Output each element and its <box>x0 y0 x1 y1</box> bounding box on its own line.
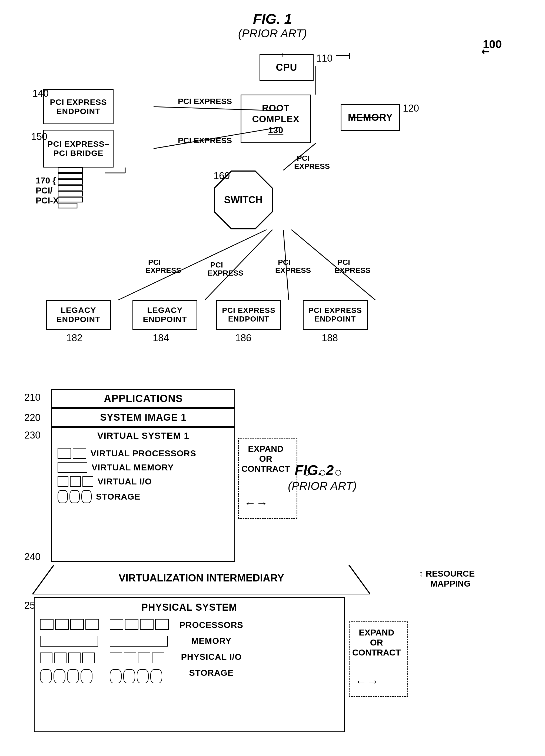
svg-text:PCI: PCI <box>278 258 291 266</box>
svg-text:PCI: PCI <box>297 154 310 162</box>
svg-text:PCI EXPRESS: PCI EXPRESS <box>178 136 232 145</box>
svg-text:EXPRESS: EXPRESS <box>145 266 181 275</box>
system-image-box: SYSTEM IMAGE 1 <box>51 408 235 427</box>
num-220: 220 <box>24 412 41 423</box>
memory-box: MEMORY <box>341 104 400 131</box>
svg-text:EXPRESS: EXPRESS <box>275 266 311 275</box>
memory-number: 120 <box>403 103 419 114</box>
virt-intermediary: VIRTUALIZATION INTERMEDIARY <box>32 565 370 594</box>
cpu-number: 110 <box>316 53 333 64</box>
dots: ○ ○ ○ <box>303 465 345 480</box>
page: FIG. 1 (PRIOR ART) 100 ↙ CPU 110 ROOTCOM… <box>0 0 545 756</box>
switch-number: 160 <box>213 170 230 182</box>
expand-label1: EXPANDORCONTRACT <box>241 444 290 474</box>
cpu-box: CPU <box>259 54 314 81</box>
svg-rect-4 <box>58 191 82 196</box>
fig1-title: FIG. 1 <box>238 11 307 27</box>
virtual-system-box: VIRTUAL SYSTEM 1 VIRTUAL PROCESSORS VIRT… <box>51 427 235 562</box>
svg-text:EXPRESS: EXPRESS <box>335 266 370 275</box>
pcix-label: 170 {PCI/PCI-X <box>36 176 59 206</box>
ps-labels: PROCESSORS MEMORY PHYSICAL I/O STORAGE <box>179 620 243 678</box>
resource-mapping: ↕ RESOURCE MAPPING <box>419 569 475 589</box>
pci-ep2-box: PCI EXPRESS ENDPOINT <box>216 300 281 330</box>
svg-line-25 <box>283 230 289 300</box>
num-230: 230 <box>24 430 41 441</box>
svg-text:EXPRESS: EXPRESS <box>294 162 330 170</box>
pci-ep1-number: 140 <box>32 88 49 99</box>
expand-contract-box1: EXPANDORCONTRACT ←→ <box>238 438 298 519</box>
pci-ep2-number: 186 <box>235 332 251 344</box>
pci-ep3-box: PCI EXPRESS ENDPOINT <box>303 300 368 330</box>
ps-content: PROCESSORS MEMORY PHYSICAL I/O STORAGE <box>40 617 339 685</box>
legacy-ep2-box: LEGACY ENDPOINT <box>132 300 197 330</box>
expand-label2: EXPANDORCONTRACT <box>352 628 401 658</box>
pci-bridge-box: PCI EXPRESS– PCI BRIDGE <box>43 130 113 168</box>
fig1-subtitle: (PRIOR ART) <box>238 27 307 40</box>
svg-text:PCI: PCI <box>338 258 350 266</box>
pci-bridge-number: 150 <box>31 131 47 142</box>
cpu-tick <box>283 53 291 57</box>
svg-text:VIRTUALIZATION INTERMEDIARY: VIRTUALIZATION INTERMEDIARY <box>119 572 284 584</box>
pci-ep1-box: PCI EXPRESS ENDPOINT <box>43 89 113 124</box>
vm-row: VIRTUAL MEMORY <box>58 462 174 473</box>
svg-text:EXPRESS: EXPRESS <box>207 269 243 277</box>
legacy-ep2-number: 184 <box>153 332 169 344</box>
fig2-subtitle: (PRIOR ART) <box>288 480 357 493</box>
expand-contract-box2: EXPANDORCONTRACT ←→ <box>349 621 408 697</box>
svg-rect-3 <box>58 185 82 190</box>
pci-ep3-number: 188 <box>322 332 338 344</box>
legacy-ep1-box: LEGACY ENDPOINT <box>46 300 111 330</box>
svg-rect-0 <box>58 168 82 172</box>
pcix-stack <box>58 168 85 217</box>
vp-row: VIRTUAL PROCESSORS <box>58 448 196 459</box>
svg-text:PCI: PCI <box>148 258 161 266</box>
fig2-diagram: FIG. 2 (PRIOR ART) 210 220 230 240 250 A… <box>16 384 529 748</box>
vstorage-row: STORAGE <box>58 490 140 503</box>
legacy-ep1-number: 182 <box>66 332 82 344</box>
root-complex-box: ROOTCOMPLEX 130 <box>240 95 311 143</box>
vio-row: VIRTUAL I/O <box>58 476 152 487</box>
applications-box: APPLICATIONS <box>51 389 235 408</box>
svg-rect-2 <box>58 179 82 184</box>
ps-icons-left <box>40 617 99 685</box>
expand-arrow2: ←→ <box>355 675 379 688</box>
svg-rect-6 <box>58 203 77 208</box>
svg-line-28 <box>292 230 375 300</box>
svg-line-14 <box>283 143 316 170</box>
vs-title: VIRTUAL SYSTEM 1 <box>97 430 189 441</box>
physical-system-box: PHYSICAL SYSTEM <box>34 597 345 732</box>
num-210: 210 <box>24 392 41 403</box>
ps-title: PHYSICAL SYSTEM <box>141 602 237 613</box>
svg-text:PCI EXPRESS: PCI EXPRESS <box>178 97 232 106</box>
expand-arrow1: ←→ <box>244 496 268 510</box>
svg-line-22 <box>205 230 272 300</box>
svg-text:PCI: PCI <box>210 261 223 269</box>
fig1-diagram: FIG. 1 (PRIOR ART) 100 ↙ CPU 110 ROOTCOM… <box>16 11 529 362</box>
ps-icons-right <box>110 617 169 685</box>
svg-line-19 <box>118 230 266 300</box>
svg-rect-1 <box>58 173 82 178</box>
svg-rect-5 <box>58 197 82 202</box>
num-240: 240 <box>24 551 41 563</box>
